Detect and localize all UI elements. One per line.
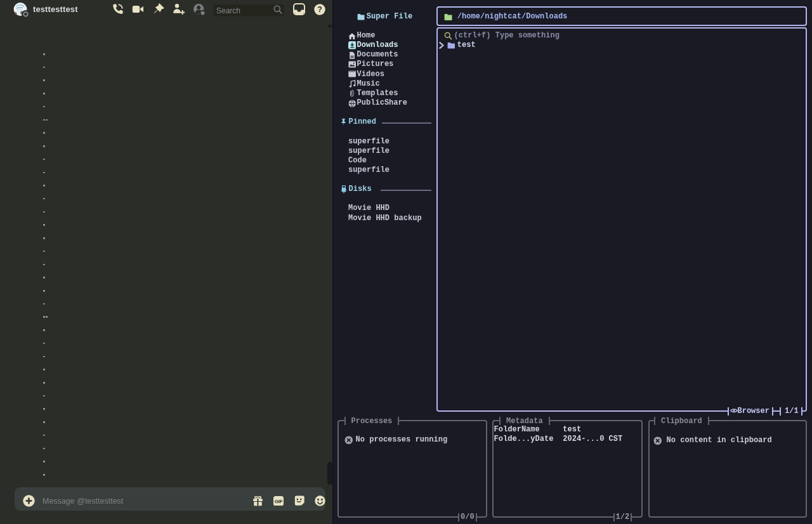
svg-text:?: ?	[317, 5, 322, 14]
svg-text:GIF: GIF	[275, 499, 283, 504]
